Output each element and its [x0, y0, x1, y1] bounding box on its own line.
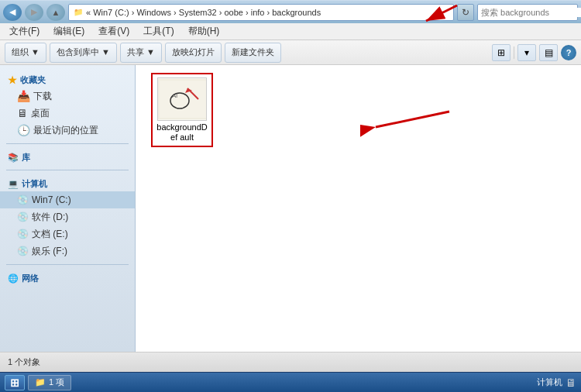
- favorites-title: ★ 收藏夹: [0, 71, 135, 88]
- view-toggle-button[interactable]: ⊞: [492, 44, 511, 61]
- status-bar: 1 个对象: [0, 352, 581, 372]
- sidebar-item-downloads[interactable]: 📥 下载: [0, 88, 135, 105]
- sidebar-item-d-drive[interactable]: 💿 软件 (D:): [0, 208, 135, 225]
- svg-rect-3: [160, 81, 206, 118]
- help-button[interactable]: ?: [561, 45, 576, 60]
- recent-icon: 🕒: [17, 124, 30, 136]
- menu-file[interactable]: 文件(F): [3, 23, 46, 40]
- share-button[interactable]: 共享 ▼: [120, 43, 162, 63]
- svg-line-9: [376, 112, 449, 127]
- back-button[interactable]: ◀: [3, 4, 22, 21]
- file-preview-svg: Ai: [158, 79, 206, 119]
- folder-icon: 📥: [17, 90, 30, 102]
- menu-view[interactable]: 查看(V): [92, 23, 136, 40]
- sidebar-section-favorites: ★ 收藏夹 📥 下载 🖥 桌面 🕒 最近访问的位置: [0, 71, 135, 139]
- drive-icon-d: 💿: [17, 211, 29, 222]
- computer-icon: 💻: [8, 179, 19, 189]
- drive-icon-e: 💿: [17, 229, 29, 239]
- sidebar-item-f-drive[interactable]: 💿 娱乐 (F:): [0, 242, 135, 260]
- drive-icon-f: 💿: [17, 246, 29, 256]
- menu-help[interactable]: 帮助(H): [182, 23, 226, 40]
- taskbar-computer-icon: 🖥: [566, 377, 576, 389]
- star-icon: ★: [8, 74, 17, 86]
- title-bar: ◀ ▶ ▲ 📁 « Win7 (C:) › Windows › System32…: [0, 0, 581, 23]
- network-title: 🌐 网络: [0, 270, 135, 286]
- up-button[interactable]: ▲: [46, 4, 65, 21]
- drive-icon: 💿: [17, 194, 29, 205]
- sidebar-item-desktop[interactable]: 🖥 桌面: [0, 105, 135, 122]
- menu-tools[interactable]: 工具(T): [137, 23, 180, 40]
- slideshow-button[interactable]: 放映幻灯片: [165, 43, 222, 63]
- sidebar-divider-3: [6, 264, 129, 265]
- view-dropdown[interactable]: ▾: [517, 44, 536, 61]
- sidebar-item-recent[interactable]: 🕒 最近访问的位置: [0, 122, 135, 139]
- include-library-button[interactable]: 包含到库中 ▼: [50, 43, 117, 63]
- red-arrow-file-svg: [360, 96, 453, 143]
- start-button[interactable]: ⊞: [5, 375, 25, 390]
- new-folder-button[interactable]: 新建文件夹: [225, 43, 281, 63]
- address-text: « Win7 (C:) › Windows › System32 › oobe …: [86, 8, 321, 17]
- sidebar-divider-2: [6, 170, 129, 170]
- windows-logo: ⊞: [10, 377, 19, 389]
- toolbar-separator: [514, 46, 514, 59]
- sidebar-item-e-drive[interactable]: 💿 文档 (E:): [0, 225, 135, 242]
- network-icon: 🌐: [8, 273, 19, 284]
- library-title: 📚 库: [0, 149, 135, 165]
- arrow-to-file: [360, 96, 453, 145]
- search-bar[interactable]: 🔍: [477, 4, 578, 21]
- sidebar-section-computer: 💻 计算机 💿 Win7 (C:) 💿 软件 (D:) 💿 文档 (E:) 💿 …: [0, 175, 135, 260]
- preview-pane-button[interactable]: ▤: [539, 44, 558, 61]
- taskbar-right: 计算机 🖥: [537, 377, 576, 389]
- sidebar-section-library: 📚 库: [0, 149, 135, 165]
- sidebar-item-c-drive[interactable]: 💿 Win7 (C:): [0, 191, 135, 208]
- folder-icon: 📁: [74, 8, 83, 16]
- content-area: Ai backgroundDef ault: [136, 65, 581, 352]
- computer-title: 💻 计算机: [0, 175, 135, 191]
- forward-button[interactable]: ▶: [25, 4, 43, 21]
- search-input[interactable]: [481, 8, 581, 17]
- sidebar-divider-1: [6, 143, 129, 144]
- address-bar[interactable]: 📁 « Win7 (C:) › Windows › System32 › oob…: [68, 4, 454, 21]
- taskbar-computer-label: 计算机: [537, 377, 562, 388]
- file-thumbnail: Ai: [157, 77, 207, 121]
- menu-bar: 文件(F) 编辑(E) 查看(V) 工具(T) 帮助(H): [0, 23, 581, 40]
- sidebar-section-network: 🌐 网络: [0, 270, 135, 286]
- toolbar: 组织 ▼ 包含到库中 ▼ 共享 ▼ 放映幻灯片 新建文件夹 ⊞ ▾ ▤ ?: [0, 40, 581, 65]
- file-name: backgroundDef ault: [156, 122, 208, 143]
- refresh-button[interactable]: ↻: [457, 4, 474, 21]
- svg-text:Ai: Ai: [172, 92, 177, 99]
- taskbar: ⊞ 📁 1 项 计算机 🖥: [0, 372, 581, 392]
- taskbar-explorer-item[interactable]: 📁 1 项: [28, 375, 71, 390]
- library-icon: 📚: [8, 153, 19, 163]
- organize-button[interactable]: 组织 ▼: [5, 43, 46, 63]
- menu-edit[interactable]: 编辑(E): [47, 23, 91, 40]
- file-item-backgrounddefault[interactable]: Ai backgroundDef ault: [151, 73, 213, 147]
- toolbar-right: ⊞ ▾ ▤ ?: [492, 44, 576, 61]
- taskbar-folder-icon: 📁: [35, 377, 46, 387]
- main-content: ★ 收藏夹 📥 下载 🖥 桌面 🕒 最近访问的位置 📚 库: [0, 65, 581, 352]
- sidebar: ★ 收藏夹 📥 下载 🖥 桌面 🕒 最近访问的位置 📚 库: [0, 65, 136, 352]
- object-count: 1 个对象: [8, 356, 40, 368]
- desktop-icon: 🖥: [17, 107, 28, 119]
